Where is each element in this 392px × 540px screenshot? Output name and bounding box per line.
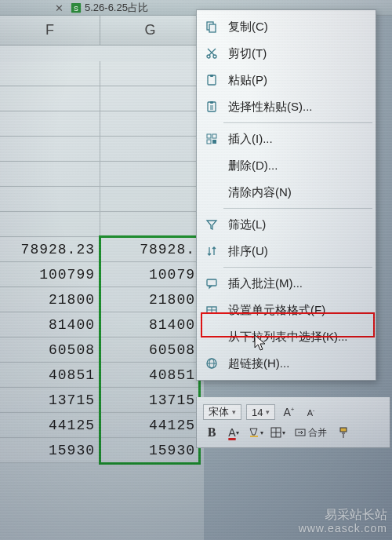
menu-label: 插入(I)... — [228, 132, 376, 147]
menu-separator — [223, 208, 372, 209]
cell[interactable]: 15930 — [100, 438, 201, 463]
font-color-button[interactable]: A▾ — [225, 425, 242, 440]
excel-file-icon: S — [71, 2, 82, 13]
svg-rect-10 — [207, 134, 211, 138]
menu-clear-contents[interactable]: 清除内容(N) — [197, 179, 376, 206]
cell[interactable] — [100, 61, 201, 86]
cell[interactable]: 21800 — [100, 287, 201, 312]
cell[interactable] — [0, 61, 100, 86]
merge-button[interactable]: 合并 — [291, 425, 330, 440]
cell[interactable] — [0, 187, 100, 212]
svg-point-4 — [207, 55, 210, 58]
cell[interactable]: 44125 — [100, 413, 201, 438]
watermark-line2: www.easck.com — [299, 522, 387, 535]
context-menu: 复制(C) 剪切(T) 粘贴(P) 选择性粘贴(S)... 插入(I)... 删… — [196, 9, 376, 381]
svg-rect-21 — [250, 436, 258, 437]
cell[interactable] — [100, 187, 201, 212]
chevron-down-icon: ▾ — [260, 429, 263, 436]
menu-filter[interactable]: 筛选(L) — [197, 211, 376, 238]
chevron-down-icon: ▾ — [236, 429, 239, 436]
cell[interactable]: 40851 — [0, 363, 100, 388]
mini-toolbar: 宋体 ▾ 14 ▾ A+ A- B A▾ ▾ ▾ 合并 — [196, 397, 390, 448]
menu-delete[interactable]: 删除(D)... — [197, 152, 376, 179]
clipboard-special-icon — [203, 98, 220, 115]
borders-button[interactable]: ▾ — [269, 425, 286, 440]
cell[interactable] — [0, 212, 100, 237]
cell[interactable]: 78928.23 — [0, 237, 100, 262]
menu-insert-comment[interactable]: 插入批注(M)... — [197, 270, 376, 297]
cell[interactable]: 81400 — [0, 312, 100, 338]
format-painter-button[interactable] — [335, 425, 352, 440]
blank-icon — [203, 157, 220, 174]
cell[interactable] — [0, 111, 100, 137]
fill-color-button[interactable]: ▾ — [247, 425, 264, 440]
merge-label: 合并 — [308, 426, 327, 440]
font-size-value: 14 — [252, 407, 263, 418]
format-cells-icon — [203, 301, 220, 319]
watermark: 易采站长站 www.easck.com — [299, 507, 387, 535]
cell[interactable]: 81400 — [100, 312, 201, 338]
menu-hyperlink[interactable]: 超链接(H)... — [197, 350, 376, 377]
svg-text:S: S — [74, 4, 78, 12]
svg-rect-3 — [209, 24, 216, 32]
increase-font-button[interactable]: A+ — [280, 404, 297, 420]
blank-icon — [203, 184, 220, 201]
svg-rect-11 — [212, 134, 216, 138]
menu-label: 超链接(H)... — [228, 356, 376, 371]
menu-label: 筛选(L) — [228, 217, 376, 232]
comment-icon — [203, 275, 220, 292]
menu-insert[interactable]: 插入(I)... — [197, 126, 376, 152]
menu-label: 粘贴(P) — [228, 73, 376, 88]
cell[interactable] — [100, 86, 201, 111]
cell[interactable]: 44125 — [0, 413, 100, 438]
cell[interactable] — [100, 212, 201, 237]
cell[interactable]: 10079 — [100, 262, 201, 287]
insert-cells-icon — [203, 130, 220, 148]
column-header-g[interactable]: G — [100, 16, 201, 45]
cell[interactable] — [0, 86, 100, 111]
spreadsheet: F G 78928.2378928. 10079910079 218002180… — [0, 16, 204, 540]
cell[interactable]: 13715 — [100, 388, 201, 413]
menu-paste[interactable]: 粘贴(P) — [197, 67, 376, 93]
bold-button[interactable]: B — [203, 425, 220, 440]
tab-close-icon[interactable]: ✕ — [55, 2, 66, 13]
cell[interactable]: 40851 — [100, 363, 201, 388]
svg-rect-27 — [342, 432, 345, 434]
cell[interactable]: 13715 — [0, 388, 100, 413]
menu-sort[interactable]: 排序(U) — [197, 238, 376, 265]
font-name-select[interactable]: 宋体 ▾ — [203, 404, 241, 420]
menu-cut[interactable]: 剪切(T) — [197, 40, 376, 67]
tab-title[interactable]: 5.26-6.25占比 — [85, 1, 148, 15]
chevron-down-icon: ▾ — [266, 408, 270, 416]
menu-label: 排序(U) — [228, 244, 376, 259]
menu-format-cells[interactable]: 设置单元格格式(F)... — [197, 297, 376, 323]
cell[interactable]: 60508 — [100, 338, 201, 363]
blank-icon — [203, 328, 220, 345]
menu-copy[interactable]: 复制(C) — [197, 13, 376, 40]
menu-pick-from-list[interactable]: 从下拉列表中选择(K)... — [197, 323, 376, 350]
cell[interactable] — [0, 162, 100, 187]
cell[interactable] — [0, 137, 100, 162]
cell[interactable] — [100, 137, 201, 162]
cell[interactable] — [100, 162, 201, 187]
menu-label: 从下拉列表中选择(K)... — [228, 330, 376, 345]
menu-separator — [223, 267, 372, 268]
sort-icon — [203, 243, 220, 260]
funnel-icon — [203, 216, 220, 233]
chevron-down-icon: ▾ — [232, 408, 236, 416]
column-header-f[interactable]: F — [0, 16, 100, 45]
font-size-select[interactable]: 14 ▾ — [246, 404, 275, 420]
cell[interactable] — [100, 111, 201, 137]
cell[interactable]: 15930 — [0, 438, 100, 463]
watermark-line1: 易采站长站 — [299, 507, 387, 522]
cell[interactable]: 21800 — [0, 287, 100, 312]
font-name-value: 宋体 — [209, 405, 229, 419]
cell[interactable]: 78928. — [100, 237, 201, 262]
menu-separator — [223, 122, 372, 123]
decrease-font-button[interactable]: A- — [302, 404, 319, 420]
cell[interactable]: 100799 — [0, 262, 100, 287]
svg-rect-13 — [212, 140, 216, 144]
menu-paste-special[interactable]: 选择性粘贴(S)... — [197, 93, 376, 120]
cell[interactable]: 60508 — [0, 338, 100, 363]
svg-rect-9 — [210, 101, 213, 104]
